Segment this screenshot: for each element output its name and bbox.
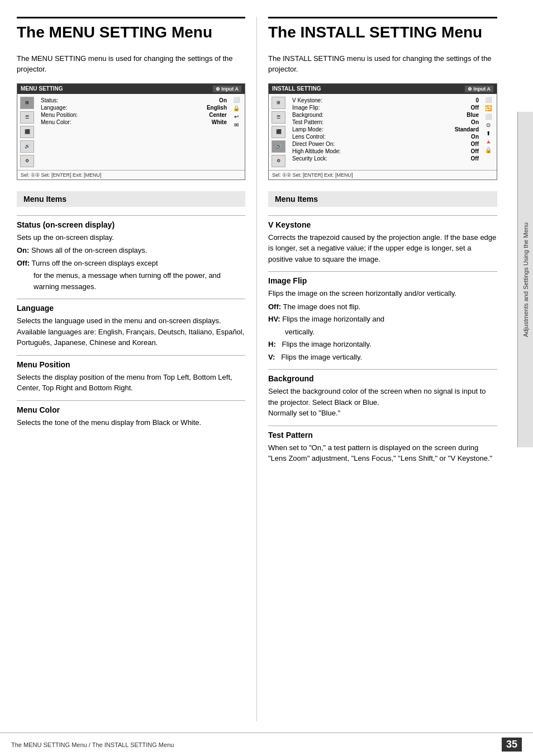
r-right-icon-1: ⬜ xyxy=(485,97,492,103)
left-item-position-heading: Menu Position xyxy=(17,360,245,369)
left-item-status-heading: Status (on-screen display) xyxy=(17,220,245,229)
menu-row-status: Status: On xyxy=(40,97,228,104)
page-container: The MENU SETTING Menu The MENU SETTING m… xyxy=(0,0,533,756)
left-menu-items-label: Menu Items xyxy=(23,195,66,204)
r-icon-4: 🔊 xyxy=(272,140,285,153)
right-icon-4: ✉ xyxy=(234,122,239,128)
right-menu-rows: V Keystone: 0 Image Flip: Off Background… xyxy=(291,97,480,167)
left-menu-input: ⊕ Input A xyxy=(213,86,241,92)
menu-row-position: Menu Position: Center xyxy=(40,111,228,119)
menu-row-language: Language: English xyxy=(40,104,228,111)
r-row-testpattern: Test Pattern: On xyxy=(291,119,480,126)
left-intro: The MENU SETTING menu is used for changi… xyxy=(17,53,245,75)
right-item-imageflip-off: Off: The image does not flip. xyxy=(268,301,497,313)
r-right-icon-2: 🔁 xyxy=(485,105,492,111)
right-item-imageflip-h: H: Flips the image horizontally. xyxy=(268,339,497,350)
footer-text: The MENU SETTING Menu / The INSTALL SETT… xyxy=(11,741,174,748)
left-menu-icons: ⊞ ☰ ⬛ 🔊 ⚙ xyxy=(20,97,37,167)
left-menu-body: ⊞ ☰ ⬛ 🔊 ⚙ Status: On Language: Eng xyxy=(17,94,245,170)
left-item-menucolor: Menu Color Selects the tone of the menu … xyxy=(17,400,245,428)
r-icon-5: ⚙ xyxy=(272,155,285,167)
left-menu-screenshot: MENU SETTING ⊕ Input A ⊞ ☰ ⬛ 🔊 ⚙ Status: xyxy=(17,83,245,180)
right-menu-footer: Sel: ①② Set: [ENTER] Exit: [MENU] xyxy=(269,170,497,179)
right-intro: The INSTALL SETTING menu is used for cha… xyxy=(268,53,497,75)
right-menu-icons: ⊞ ☰ ⬛ 🔊 ⚙ xyxy=(272,97,288,167)
right-menu-items-label: Menu Items xyxy=(275,195,318,204)
page-footer: The MENU SETTING Menu / The INSTALL SETT… xyxy=(0,733,533,756)
right-item-testpattern-heading: Test Pattern xyxy=(268,431,497,440)
left-item-menucolor-heading: Menu Color xyxy=(17,405,245,414)
r-row-lenscontrol: Lens Control: On xyxy=(291,133,480,140)
left-item-language: Language Selects the language used in th… xyxy=(17,299,245,348)
left-menu-right-icons: ⬜ 🔒 ↩ ✉ xyxy=(231,97,242,167)
left-item-menucolor-desc: Selects the tone of the menu display fro… xyxy=(17,417,245,428)
right-menu-footer-text: Sel: ①② Set: [ENTER] Exit: [MENU] xyxy=(272,172,353,178)
left-item-status: Status (on-screen display) Sets up the o… xyxy=(17,215,245,292)
right-item-vkeystone-heading: V Keystone xyxy=(268,220,497,229)
side-tab-text: Adjustments and Settings Using the Menu xyxy=(522,223,529,337)
r-row-lampmode: Lamp Mode: Standard xyxy=(291,126,480,133)
right-item-testpattern-desc: When set to "On," a test pattern is disp… xyxy=(268,442,497,464)
right-item-background-heading: Background xyxy=(268,374,497,383)
right-menu-right-icons: ⬜ 🔁 ⬜ ⊙ ⬆ 🔺 🔒 xyxy=(483,97,494,167)
left-item-language-heading: Language xyxy=(17,304,245,313)
right-item-imageflip-hv-detail: vertically. xyxy=(268,327,497,338)
right-item-imageflip-hv: HV: Flips the image horizontally and xyxy=(268,314,497,325)
right-icon-2: 🔒 xyxy=(233,105,240,111)
right-item-vkeystone-desc: Corrects the trapezoid caused by the pro… xyxy=(268,232,497,265)
icon-item-2: ☰ xyxy=(20,111,34,124)
r-row-security: Security Lock: Off xyxy=(291,155,480,162)
right-item-imageflip-v: V: Flips the image vertically. xyxy=(268,352,497,363)
right-item-testpattern: Test Pattern When set to "On," a test pa… xyxy=(268,426,497,464)
right-item-imageflip-desc: Flips the image on the screen horizontal… xyxy=(268,288,497,299)
right-menu-header-label: INSTALL SETTING xyxy=(272,86,321,92)
left-item-position-desc: Selects the display position of the menu… xyxy=(17,372,245,394)
left-item-status-on: On: Shows all of the on-screen displays. xyxy=(17,245,245,256)
r-icon-2: ☰ xyxy=(272,111,285,124)
right-item-vkeystone: V Keystone Corrects the trapezoid caused… xyxy=(268,215,497,265)
icon-item-3: ⬛ xyxy=(20,126,34,138)
r-row-directpower: Direct Power On: Off xyxy=(291,140,480,148)
right-item-background: Background Select the background color o… xyxy=(268,369,497,419)
right-icon-3: ↩ xyxy=(234,114,239,120)
right-menu-screenshot: INSTALL SETTING ⊕ Input A ⊞ ☰ ⬛ 🔊 ⚙ V Ke… xyxy=(268,83,497,180)
icon-item-4: 🔊 xyxy=(20,140,34,153)
right-column: The INSTALL SETTING Menu The INSTALL SET… xyxy=(257,17,497,721)
r-icon-3: ⬛ xyxy=(272,126,285,138)
r-row-imageflip: Image Flip: Off xyxy=(291,104,480,111)
left-menu-header-label: MENU SETTING xyxy=(21,86,63,92)
right-menu-items-box: Menu Items xyxy=(268,191,497,207)
r-right-icon-3: ⬜ xyxy=(485,114,492,120)
left-item-status-desc: Sets up the on-screen display. xyxy=(17,232,245,243)
r-icon-1: ⊞ xyxy=(272,97,285,109)
main-content: The MENU SETTING Menu The MENU SETTING m… xyxy=(0,0,533,721)
footer-page-number: 35 xyxy=(502,738,522,752)
r-right-icon-7: 🔒 xyxy=(485,147,492,153)
left-menu-items-box: Menu Items xyxy=(17,191,245,207)
right-menu-body: ⊞ ☰ ⬛ 🔊 ⚙ V Keystone: 0 Image Flip: xyxy=(269,94,497,170)
right-icon-1: ⬜ xyxy=(233,97,240,103)
left-menu-footer-text: Sel: ①② Set: [ENTER] Exit: [MENU] xyxy=(21,172,102,178)
left-item-status-off: Off: Turns off the on-screen displays ex… xyxy=(17,258,245,269)
left-menu-header: MENU SETTING ⊕ Input A xyxy=(17,84,245,94)
r-right-icon-5: ⬆ xyxy=(486,130,491,136)
left-item-status-off-detail: for the menus, a message when turning of… xyxy=(17,270,245,292)
left-item-language-desc: Selects the language used in the menu an… xyxy=(17,315,245,348)
right-item-imageflip-heading: Image Flip xyxy=(268,276,497,285)
side-tab: Adjustments and Settings Using the Menu xyxy=(517,112,533,447)
r-row-vkeystone: V Keystone: 0 xyxy=(291,97,480,104)
right-item-background-desc: Select the background color of the scree… xyxy=(268,386,497,419)
left-item-position: Menu Position Selects the display positi… xyxy=(17,355,245,394)
right-menu-header: INSTALL SETTING ⊕ Input A xyxy=(269,84,497,94)
right-menu-input: ⊕ Input A xyxy=(465,86,493,92)
r-right-icon-4: ⊙ xyxy=(486,122,491,128)
left-column: The MENU SETTING Menu The MENU SETTING m… xyxy=(17,17,257,721)
right-title: The INSTALL SETTING Menu xyxy=(268,17,497,45)
icon-item-1: ⊞ xyxy=(20,97,34,109)
icon-item-5: ⚙ xyxy=(20,155,34,167)
menu-row-color: Menu Color: White xyxy=(40,119,228,126)
r-right-icon-6: 🔺 xyxy=(485,139,492,145)
left-menu-footer: Sel: ①② Set: [ENTER] Exit: [MENU] xyxy=(17,170,245,179)
r-row-altitude: High Altitude Mode: Off xyxy=(291,148,480,155)
left-menu-rows: Status: On Language: English Menu Positi… xyxy=(40,97,228,167)
